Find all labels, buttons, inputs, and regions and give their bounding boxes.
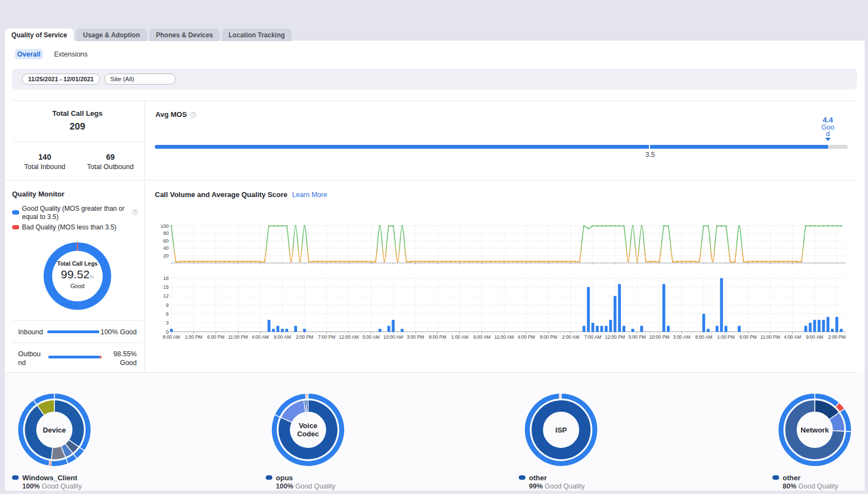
svg-text:9: 9 xyxy=(166,302,169,308)
svg-text:40: 40 xyxy=(163,245,169,251)
avg-mos-fill xyxy=(155,145,828,149)
breakdown-legend-name: opus xyxy=(276,474,293,482)
filter-bar: 11/25/2021 - 12/01/2021 Site (All) xyxy=(12,69,857,89)
breakdown-legend-quality: 100% Good Quality xyxy=(276,482,335,490)
total-call-legs-label: Total Call Legs xyxy=(12,109,143,117)
svg-text:4:00 PM: 4:00 PM xyxy=(518,334,535,340)
svg-text:7:00 PM: 7:00 PM xyxy=(318,334,335,340)
svg-text:8:00 AM: 8:00 AM xyxy=(163,334,180,340)
inbound-row-label: Inbound xyxy=(18,328,47,337)
svg-text:100: 100 xyxy=(160,223,169,229)
bad-quality-legend-dot xyxy=(12,225,19,229)
avg-mos-status: Good xyxy=(821,124,835,137)
total-outbound-block: 69 Total Outbound xyxy=(77,153,143,171)
svg-text:2:00 AM: 2:00 AM xyxy=(562,334,579,340)
breakdown-section xyxy=(5,373,865,490)
svg-text:4:00 AM: 4:00 AM xyxy=(251,334,268,340)
call-volume-title: Call Volume and Average Quality Score xyxy=(155,190,288,199)
outbound-progress-bar xyxy=(48,356,100,358)
svg-text:2:00 PM: 2:00 PM xyxy=(828,334,845,340)
breakdown-legend-name: other xyxy=(783,474,801,482)
breakdown-legend-pct: 99% xyxy=(529,482,543,490)
svg-text:11:00 PM: 11:00 PM xyxy=(760,334,780,340)
outbound-row-label: Outbound xyxy=(18,350,43,367)
svg-text:5:00 AM: 5:00 AM xyxy=(362,334,379,340)
breakdown-legend-name: Windows_Client xyxy=(23,474,77,482)
svg-text:6:00 AM: 6:00 AM xyxy=(473,334,490,340)
svg-text:80: 80 xyxy=(163,231,169,236)
divider xyxy=(12,142,144,142)
date-range-picker[interactable]: 11/25/2021 - 12/01/2021 xyxy=(22,74,100,85)
bad-quality-legend-label: Bad Quality (MOS less than 3.5) xyxy=(22,223,143,232)
learn-more-link[interactable]: Learn More xyxy=(292,191,327,199)
total-call-legs-value: 209 xyxy=(12,121,143,132)
breakdown-center-label: Network xyxy=(790,426,839,434)
donut-center-title: Total Call Legs xyxy=(43,260,112,267)
svg-text:3:00 AM: 3:00 AM xyxy=(673,334,690,340)
svg-text:15: 15 xyxy=(163,284,169,290)
good-quality-legend-dot xyxy=(12,210,19,215)
svg-text:11:00 PM: 11:00 PM xyxy=(228,334,248,340)
good-quality-legend-label: Good Quality (MOS greater than or equal … xyxy=(22,205,132,221)
quality-monitor-title: Quality Monitor xyxy=(12,190,64,198)
outbound-status: Good xyxy=(120,359,137,367)
divider xyxy=(5,180,857,181)
donut-center-value: 99.52 xyxy=(61,268,90,280)
subtab-label: Extensions xyxy=(54,50,87,58)
breakdown-legend-quality: 99% Good Quality xyxy=(529,482,585,490)
donut-center-unit: % xyxy=(89,274,94,279)
svg-text:12:00 AM: 12:00 AM xyxy=(339,334,359,340)
svg-text:1:00 AM: 1:00 AM xyxy=(451,334,468,340)
svg-text:60: 60 xyxy=(163,238,169,244)
subtab-extensions[interactable]: Extensions xyxy=(52,49,90,59)
breakdown-legend-pct: 100% xyxy=(276,482,294,490)
svg-text:20: 20 xyxy=(163,253,169,259)
divider xyxy=(12,100,857,101)
subtab-label: Overall xyxy=(17,50,40,58)
inbound-row-value: 100% Good xyxy=(96,328,137,337)
tab-label: Phones & Devices xyxy=(156,31,213,39)
date-range-value: 11/25/2021 - 12/01/2021 xyxy=(28,76,93,82)
svg-text:5:00 PM: 5:00 PM xyxy=(629,334,646,340)
avg-mos-info-icon[interactable]: ? xyxy=(191,112,196,117)
quality-score-line xyxy=(171,226,841,263)
breakdown-legend-text: Good Quality xyxy=(42,482,82,490)
avg-mos-title: Avg MOS xyxy=(155,110,187,119)
svg-text:7:00 AM: 7:00 AM xyxy=(584,334,601,340)
svg-text:3:00 PM: 3:00 PM xyxy=(407,334,424,340)
tab-location-tracking[interactable]: Location Tracking xyxy=(222,29,292,41)
subtab-overall[interactable]: Overall xyxy=(15,49,43,59)
tab-label: Usage & Adoption xyxy=(83,31,140,39)
tab-quality-of-service[interactable]: Quality of Service xyxy=(5,29,74,41)
inbound-progress-bar xyxy=(47,330,99,333)
tab-phones-devices[interactable]: Phones & Devices xyxy=(149,29,220,41)
svg-text:10:00 PM: 10:00 PM xyxy=(649,334,669,340)
breakdown-center-label: Voice Codec xyxy=(292,422,324,438)
svg-text:9:00 AM: 9:00 AM xyxy=(806,334,823,340)
breakdown-legend-pct: 100% xyxy=(23,482,40,490)
tab-usage-adoption[interactable]: Usage & Adoption xyxy=(76,29,147,41)
site-filter-select[interactable]: Site (All) xyxy=(104,74,176,85)
divider xyxy=(12,320,142,321)
svg-text:4:00 AM: 4:00 AM xyxy=(784,334,801,340)
tab-label: Quality of Service xyxy=(12,31,67,39)
svg-text:1:00 PM: 1:00 PM xyxy=(185,334,203,340)
svg-text:12:00 PM: 12:00 PM xyxy=(605,334,625,340)
outbound-row-value: 98.55%Good xyxy=(102,350,137,367)
svg-text:6:00 PM: 6:00 PM xyxy=(207,334,225,340)
quality-monitor-info-icon[interactable]: ? xyxy=(132,210,138,215)
breakdown-legend-pct: 80% xyxy=(783,482,797,490)
call-volume-chart: 2040608010003691215188:00 AM1:00 PM6:00 … xyxy=(144,218,862,346)
breakdown-center-label: ISP xyxy=(536,426,586,434)
svg-text:1:00 PM: 1:00 PM xyxy=(717,334,735,340)
avg-mos-value-marker[interactable]: 4.4 Good xyxy=(821,116,835,141)
svg-text:18: 18 xyxy=(163,276,169,281)
svg-text:11:00 AM: 11:00 AM xyxy=(495,334,514,340)
breakdown-legend-dot xyxy=(12,475,19,480)
total-call-legs-block: Total Call Legs 209 xyxy=(12,109,143,132)
breakdown-legend-quality: 80% Good Quality xyxy=(783,482,838,490)
svg-text:2:00 PM: 2:00 PM xyxy=(296,334,313,340)
quality-monitor-donut-center: Total Call Legs 99.52% Good xyxy=(43,260,112,289)
svg-text:10:00 AM: 10:00 AM xyxy=(383,334,403,340)
donut-center-status: Good xyxy=(43,283,112,289)
